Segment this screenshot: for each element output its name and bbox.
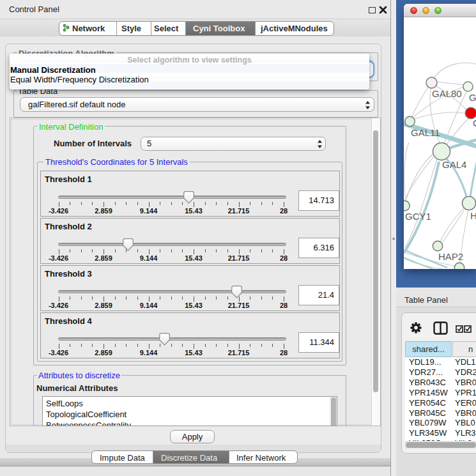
svg-text:GAL80: GAL80 [432,88,462,99]
svg-text:GCY1: GCY1 [405,211,431,222]
svg-text:GAL11: GAL11 [411,127,440,138]
svg-text:HAP2: HAP2 [438,251,463,262]
svg-text:CRZ1: CRZ1 [473,118,476,128]
svg-text:GAL4: GAL4 [442,159,466,170]
svg-text:GAL3: GAL3 [469,92,476,103]
svg-text:HIS4: HIS4 [470,210,476,221]
